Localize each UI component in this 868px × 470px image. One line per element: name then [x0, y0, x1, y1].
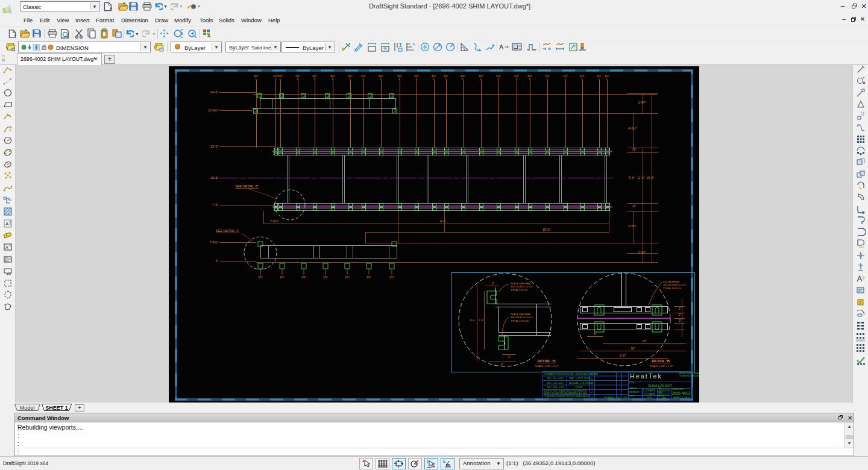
svg-text:6″: 6″ [594, 332, 597, 336]
svg-text:CHECKED BY: CHECKED BY [629, 391, 639, 393]
svg-text:7’-6⅝″: 7’-6⅝″ [270, 219, 279, 223]
svg-text:4’-6⅝″: 4’-6⅝″ [628, 225, 637, 228]
svg-text:PLACE ONE SHIM: PLACE ONE SHIM [511, 282, 530, 285]
svg-text:CF’D: CF’D [623, 396, 628, 399]
svg-text:1’: 1’ [433, 78, 435, 81]
svg-text:√ 125 RA: √ 125 RA [574, 386, 582, 389]
svg-text:2606: 2606 [647, 396, 652, 399]
svg-text:24’-6″: 24’-6″ [210, 90, 218, 94]
svg-text:1’: 1’ [581, 78, 583, 81]
svg-text:3⅝″: 3⅝″ [258, 276, 263, 279]
svg-text:1’: 1’ [480, 78, 482, 81]
svg-text:300-700 FLG 4,5 & 6: 300-700 FLG 4,5 & 6 [511, 285, 532, 288]
svg-text:DEC - XXX = ±.005: DEC - XXX = ±.005 [547, 386, 564, 389]
svg-text:TITLE: TITLE [629, 381, 634, 384]
svg-text:1’: 1’ [415, 78, 418, 81]
svg-text:1’: 1’ [255, 78, 257, 81]
svg-text:RD: RD [617, 396, 620, 399]
svg-text:TYP’AL 40 PLCS: TYP’AL 40 PLCS [663, 287, 681, 290]
svg-text:PLACE ONE SHIM: PLACE ONE SHIM [511, 313, 530, 316]
svg-text:DRAWN BY: DRAWN BY [629, 387, 637, 390]
svg-text:1’: 1’ [546, 78, 549, 81]
svg-text:SCALE: 1 1/2″ = 1’-0″: SCALE: 1 1/2″ = 1’-0″ [535, 365, 559, 368]
svg-text:SHEET 1 OF 1: SHEET 1 OF 1 [673, 396, 690, 399]
svg-text:3⅝″: 3⅝″ [345, 276, 350, 279]
svg-text:1’: 1’ [445, 78, 447, 81]
svg-text:4’-6⅝″: 4’-6⅝″ [628, 127, 637, 130]
svg-text:25’-6″: 25’-6″ [647, 177, 655, 180]
svg-text:4″: 4″ [501, 363, 504, 366]
svg-text:HeatTek: HeatTek [630, 372, 662, 380]
svg-text:TYP’AL 6 PLCS: TYP’AL 6 PLCS [511, 289, 527, 292]
svg-text:1’: 1’ [564, 78, 567, 81]
svg-text:7’-6″: 7’-6″ [212, 203, 218, 207]
svg-text:NOTE: DO NOT SCALE DWG. IF IN: NOTE: DO NOT SCALE DWG. IF IN QUESTION [544, 390, 587, 392]
svg-text:ANGULAR - ± 1/2 DEGREE: ANGULAR - ± 1/2 DEGREE [569, 382, 593, 384]
svg-text:P. KOVARIK: P. KOVARIK [643, 389, 656, 392]
svg-text:1’: 1’ [279, 78, 281, 81]
svg-text:1’: 1’ [529, 78, 531, 81]
svg-text:4″: 4″ [215, 259, 218, 263]
svg-text:1″: 1″ [679, 307, 682, 310]
svg-text:TYP’AL 14 PLCS: TYP’AL 14 PLCS [511, 319, 529, 322]
svg-text:+: + [78, 404, 81, 411]
svg-text:1’: 1’ [598, 78, 600, 81]
svg-text:4’-6″: 4’-6″ [440, 219, 446, 223]
svg-text:1’: 1’ [462, 78, 464, 81]
svg-text:RELEASED: RELEASED [604, 396, 615, 399]
svg-text:DETAIL ‘A’: DETAIL ‘A’ [537, 359, 556, 363]
svg-text:15⅞: 15⅞ [470, 319, 475, 322]
svg-text:L50-GA SHIMS: L50-GA SHIMS [663, 280, 679, 283]
svg-text:2’-0″: 2’-0″ [620, 354, 626, 357]
svg-text:1’: 1’ [332, 78, 334, 81]
svg-text:IXONIA WISCONSIN USA: IXONIA WISCONSIN USA [679, 375, 699, 377]
svg-text:13’-6″: 13’-6″ [210, 145, 218, 148]
svg-text:1’: 1’ [274, 78, 277, 81]
svg-text:10’-6⅝″: 10’-6⅝″ [208, 108, 218, 112]
svg-text:DEC - XX = ± 1/16: DEC - XX = ± 1/16 [547, 377, 564, 380]
svg-text:P. KOVARIK: P. KOVARIK [643, 393, 656, 395]
svg-text:SEE DETAIL ‘B’: SEE DETAIL ‘B’ [235, 184, 259, 188]
svg-text:1’: 1’ [497, 78, 500, 81]
svg-text:DETAIL ‘B’: DETAIL ‘B’ [652, 359, 671, 363]
svg-text:15″: 15″ [642, 339, 647, 343]
svg-text:2″: 2″ [679, 313, 682, 316]
svg-text:DEC - ±.06 = 1/64: DEC - ±.06 = 1/64 [547, 382, 563, 384]
svg-text:300-500 BLKS 2,3 & 5: 300-500 BLKS 2,3 & 5 [663, 283, 687, 286]
svg-text:SHEET 1: SHEET 1 [45, 405, 68, 411]
svg-text:JOB NO: JOB NO [629, 395, 635, 397]
svg-text:SHIM LAYOUT: SHIM LAYOUT [648, 384, 673, 387]
svg-text:TOLERANCE SPECIFICATIONS - UNL: TOLERANCE SPECIFICATIONS - UNLESS ALSO S… [544, 373, 598, 375]
svg-text:SEE DETAIL ‘A’: SEE DETAIL ‘A’ [216, 229, 239, 233]
svg-text:lbs: lbs [663, 396, 666, 399]
svg-text:1’: 1’ [380, 78, 382, 81]
svg-text:3⅝″: 3⅝″ [280, 276, 285, 279]
svg-text:11″: 11″ [632, 205, 637, 208]
svg-text:3⅝″: 3⅝″ [389, 276, 394, 279]
svg-text:SCALE: 1 1/2″ = 1’-0″: SCALE: 1 1/2″ = 1’-0″ [650, 365, 673, 368]
svg-text:1’: 1’ [297, 78, 299, 81]
svg-text:Model: Model [20, 405, 35, 411]
svg-text:DRAWING NMB: DRAWING NMB [672, 388, 684, 390]
svg-text:300-700 FLG 1,2 & 3: 300-700 FLG 1,2 & 3 [511, 316, 532, 319]
svg-text:TO BE FIELD VERIFIED PRIOR TO: TO BE FIELD VERIFIED PRIOR TO FABRICATIO… [544, 395, 590, 398]
svg-text:1’-4: 1’-4 [479, 319, 483, 322]
svg-text:18″: 18″ [631, 346, 635, 350]
svg-text:7’-6⅝″: 7’-6⅝″ [210, 240, 219, 244]
svg-text:1’: 1’ [606, 78, 608, 81]
svg-text:A: A [499, 43, 504, 51]
svg-text:15’-0″: 15’-0″ [542, 228, 550, 231]
svg-text:1’: 1’ [362, 78, 365, 81]
svg-text:11’-0″: 11’-0″ [637, 177, 644, 180]
svg-text:1’-6⅟″: 1’-6⅟″ [638, 251, 646, 254]
svg-text:A: A [207, 33, 211, 38]
svg-text:1’-6⅟″: 1’-6⅟″ [638, 101, 646, 104]
svg-text:3⅝″: 3⅝″ [366, 276, 371, 279]
svg-text:E: E [443, 459, 446, 463]
svg-text:3⅝″: 3⅝″ [301, 276, 306, 279]
svg-text:5’-6″: 5’-6″ [629, 177, 635, 180]
svg-text:1’: 1’ [313, 78, 316, 81]
svg-text:3″: 3″ [492, 281, 495, 285]
svg-text:3⅝″: 3⅝″ [323, 276, 328, 279]
svg-text:1″: 1″ [508, 355, 511, 359]
